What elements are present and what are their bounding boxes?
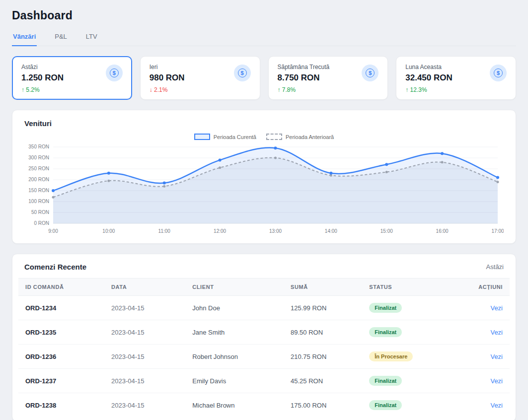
cell-status: Finalizat <box>362 369 468 393</box>
currency-circle-icon: $ <box>490 65 507 81</box>
stat-label: Luna Aceasta <box>405 64 453 70</box>
stat-label: Astăzi <box>21 64 64 70</box>
view-order-link[interactable]: Vezi <box>490 402 503 409</box>
chart-title: Venituri <box>24 119 504 128</box>
view-order-link[interactable]: Vezi <box>490 353 503 360</box>
status-badge: În Procesare <box>369 351 413 361</box>
chart-legend: Perioada CurentăPerioada Anterioară <box>24 134 504 140</box>
cell-client: Robert Johnson <box>185 345 284 369</box>
stat-card-1[interactable]: Ieri980 RON↓ 2.1%$ <box>140 56 260 100</box>
table-row: ORD-12352023-04-15Jane Smith89.50 RONFin… <box>18 320 510 345</box>
table-row: ORD-12362023-04-15Robert Johnson210.75 R… <box>18 345 510 369</box>
cell-amount: 175.00 RON <box>284 393 362 418</box>
column-header-client: Client <box>185 279 284 296</box>
svg-text:17:00: 17:00 <box>491 228 504 234</box>
legend-label: Perioada Curentă <box>214 134 256 140</box>
tab-vanzari[interactable]: Vânzări <box>12 28 37 46</box>
cell-amount: 210.75 RON <box>284 345 362 369</box>
cell-amount: 125.99 RON <box>284 296 362 320</box>
page-title: Dashboard <box>12 9 516 22</box>
svg-text:300 RON: 300 RON <box>28 155 49 160</box>
currency-circle-icon: $ <box>234 65 251 81</box>
cell-amount: 89.50 RON <box>284 320 362 345</box>
legend-item[interactable]: Perioada Curentă <box>194 134 256 140</box>
column-header-id: ID Comandă <box>18 279 104 296</box>
orders-period-label: Astăzi <box>486 263 504 271</box>
currency-circle-icon: $ <box>106 65 123 81</box>
tab-pl[interactable]: P&L <box>54 28 68 46</box>
stat-change-up: ↑ 5.2% <box>21 86 64 93</box>
svg-text:0 RON: 0 RON <box>34 220 49 226</box>
stat-change-down: ↓ 2.1% <box>150 86 185 93</box>
cell-actions: Vezi <box>468 320 510 345</box>
stat-card-3[interactable]: Luna Aceasta32.450 RON↑ 12.3%$ <box>396 56 516 100</box>
cell-client: John Doe <box>185 296 284 320</box>
stat-value: 32.450 RON <box>405 73 453 83</box>
table-row: ORD-12382023-04-15Michael Brown175.00 RO… <box>18 393 510 418</box>
cell-date: 2023-04-15 <box>104 369 185 393</box>
cell-client: Emily Davis <box>185 369 284 393</box>
dollar-icon: $ <box>494 69 503 77</box>
svg-text:350 RON: 350 RON <box>28 144 49 149</box>
view-order-link[interactable]: Vezi <box>490 329 503 336</box>
svg-text:14:00: 14:00 <box>325 228 337 234</box>
stat-cards-row: Astăzi1.250 RON↑ 5.2%$Ieri980 RON↓ 2.1%$… <box>12 56 516 100</box>
legend-item[interactable]: Perioada Anterioară <box>266 134 334 140</box>
cell-id: ORD-1238 <box>18 393 104 418</box>
cell-date: 2023-04-15 <box>104 296 185 320</box>
stat-card-2[interactable]: Săptămâna Trecută8.750 RON↑ 7.8%$ <box>268 56 388 100</box>
status-badge: Finalizat <box>369 376 402 386</box>
cell-date: 2023-04-15 <box>104 393 185 418</box>
table-row: ORD-12342023-04-15John Doe125.99 RONFina… <box>18 296 510 320</box>
stat-change-up: ↑ 7.8% <box>278 86 330 93</box>
svg-text:250 RON: 250 RON <box>28 166 49 171</box>
svg-text:9:00: 9:00 <box>48 228 58 234</box>
orders-card-header: Comenzi Recente Astăzi <box>18 254 510 278</box>
cell-id: ORD-1235 <box>18 320 104 345</box>
dollar-icon: $ <box>110 69 119 77</box>
svg-text:13:00: 13:00 <box>269 228 282 234</box>
legend-swatch <box>194 134 210 140</box>
svg-text:150 RON: 150 RON <box>28 188 49 193</box>
column-header-actions: Acțiuni <box>468 279 510 296</box>
table-row: ORD-12372023-04-15Emily Davis45.25 RONFi… <box>18 369 510 393</box>
stat-card-0[interactable]: Astăzi1.250 RON↑ 5.2%$ <box>12 56 132 100</box>
status-badge: Finalizat <box>369 400 402 410</box>
cell-client: Michael Brown <box>185 393 284 418</box>
stat-label: Săptămâna Trecută <box>278 64 330 70</box>
orders-table: ID ComandăDataClientSumăStatusAcțiuni OR… <box>18 278 510 417</box>
svg-text:10:00: 10:00 <box>102 228 115 234</box>
svg-text:12:00: 12:00 <box>214 228 226 234</box>
cell-date: 2023-04-15 <box>104 320 185 345</box>
cell-actions: Vezi <box>468 345 510 369</box>
legend-label: Perioada Anterioară <box>286 134 334 140</box>
recent-orders-card: Comenzi Recente Astăzi ID ComandăDataCli… <box>12 254 516 420</box>
svg-text:11:00: 11:00 <box>158 228 171 234</box>
status-badge: Finalizat <box>369 327 402 337</box>
stat-card-body: Astăzi1.250 RON↑ 5.2% <box>21 64 64 93</box>
tab-ltv[interactable]: LTV <box>85 28 98 46</box>
stat-change-up: ↑ 12.3% <box>405 86 453 93</box>
revenue-line-chart: 0 RON50 RON100 RON150 RON200 RON250 RON3… <box>24 142 504 237</box>
dollar-icon: $ <box>238 69 247 77</box>
stat-card-body: Luna Aceasta32.450 RON↑ 12.3% <box>405 64 453 93</box>
svg-text:50 RON: 50 RON <box>31 210 49 215</box>
view-order-link[interactable]: Vezi <box>490 304 503 312</box>
view-order-link[interactable]: Vezi <box>490 377 503 385</box>
cell-status: Finalizat <box>362 296 468 320</box>
table-header-row: ID ComandăDataClientSumăStatusAcțiuni <box>18 279 510 296</box>
cell-id: ORD-1234 <box>18 296 104 320</box>
cell-date: 2023-04-15 <box>104 345 185 369</box>
cell-actions: Vezi <box>468 296 510 320</box>
cell-status: Finalizat <box>362 393 468 418</box>
revenue-chart-card: Venituri Perioada CurentăPerioada Anteri… <box>12 110 516 244</box>
cell-id: ORD-1236 <box>18 345 104 369</box>
stat-value: 980 RON <box>150 73 185 83</box>
stat-label: Ieri <box>150 64 185 70</box>
stat-value: 8.750 RON <box>278 73 330 83</box>
column-header-amount: Sumă <box>284 279 362 296</box>
cell-actions: Vezi <box>468 393 510 418</box>
cell-id: ORD-1237 <box>18 369 104 393</box>
dollar-icon: $ <box>366 69 375 77</box>
tab-bar: VânzăriP&LLTV <box>12 28 516 46</box>
